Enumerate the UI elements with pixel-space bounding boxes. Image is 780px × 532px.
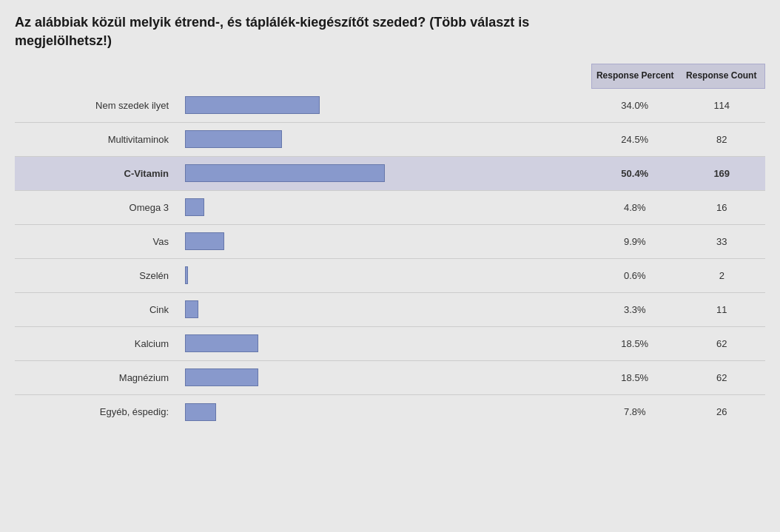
data-cells: 4.8% 16 — [591, 196, 765, 219]
header-response-percent: Response Percent — [592, 64, 679, 88]
row-label: Egyéb, éspedig: — [15, 406, 178, 417]
response-percent: 34.0% — [591, 94, 679, 117]
response-percent: 18.5% — [591, 366, 679, 389]
response-count: 11 — [679, 298, 766, 321]
bar — [185, 368, 258, 386]
response-percent: 18.5% — [591, 332, 679, 355]
response-percent: 4.8% — [591, 196, 679, 219]
data-cells: 34.0% 114 — [591, 94, 765, 117]
response-count: 33 — [679, 230, 766, 253]
bar-area — [178, 260, 591, 290]
header-spacer — [15, 64, 591, 89]
response-percent: 9.9% — [591, 230, 679, 253]
data-cells: 7.8% 26 — [591, 400, 765, 423]
bar-area — [178, 397, 591, 427]
bar — [185, 403, 216, 421]
row-label: Cink — [15, 304, 178, 315]
table-row: Magnézium 18.5% 62 — [15, 361, 765, 395]
data-cells: 18.5% 62 — [591, 366, 765, 389]
table-row: Omega 3 4.8% 16 — [15, 191, 765, 225]
response-count: 82 — [679, 128, 766, 151]
row-label: C-Vitamin — [15, 168, 178, 179]
bar — [185, 96, 320, 114]
data-cells: 0.6% 2 — [591, 264, 765, 287]
header-row: Response Percent Response Count — [15, 64, 765, 89]
response-percent: 3.3% — [591, 298, 679, 321]
data-cells: 3.3% 11 — [591, 298, 765, 321]
bar — [185, 300, 198, 318]
question-title: Az alábbiak közül melyik étrend-, és táp… — [15, 13, 592, 50]
bar-area — [178, 90, 591, 120]
bar — [185, 130, 282, 148]
row-label: Szelén — [15, 270, 178, 281]
row-label: Multivitaminok — [15, 134, 178, 145]
bar — [185, 164, 385, 182]
bar-area — [178, 363, 591, 392]
response-percent: 50.4% — [591, 162, 679, 185]
bar — [185, 198, 204, 216]
response-count: 62 — [679, 366, 766, 389]
bar — [185, 266, 188, 284]
header-cells: Response Percent Response Count — [591, 64, 765, 89]
response-count: 62 — [679, 332, 766, 355]
bar — [185, 334, 258, 352]
bar-area — [178, 192, 591, 222]
table-row: Egyéb, éspedig: 7.8% 26 — [15, 395, 765, 429]
response-percent: 24.5% — [591, 128, 679, 151]
row-label: Kalcium — [15, 338, 178, 349]
table-row: Multivitaminok 24.5% 82 — [15, 123, 765, 157]
bar — [185, 232, 224, 250]
table-row: Szelén 0.6% 2 — [15, 259, 765, 293]
page-container: Az alábbiak közül melyik étrend-, és táp… — [0, 0, 780, 532]
bar-area — [178, 124, 591, 154]
response-percent: 0.6% — [591, 264, 679, 287]
bar-area — [178, 158, 591, 188]
response-count: 169 — [679, 162, 766, 185]
bar-area — [178, 329, 591, 358]
table-row: Cink 3.3% 11 — [15, 293, 765, 327]
rows-container: Nem szedek ilyet 34.0% 114 Multivitamino… — [15, 89, 765, 429]
bar-area — [178, 294, 591, 324]
row-label: Magnézium — [15, 372, 178, 383]
response-percent: 7.8% — [591, 400, 679, 423]
row-label: Vas — [15, 236, 178, 247]
response-count: 26 — [679, 400, 766, 423]
row-label: Nem szedek ilyet — [15, 100, 178, 111]
row-label: Omega 3 — [15, 202, 178, 213]
bar-area — [178, 226, 591, 256]
response-count: 2 — [679, 264, 766, 287]
response-count: 114 — [679, 94, 766, 117]
table-row: C-Vitamin 50.4% 169 — [15, 157, 765, 191]
response-count: 16 — [679, 196, 766, 219]
data-cells: 18.5% 62 — [591, 332, 765, 355]
data-cells: 24.5% 82 — [591, 128, 765, 151]
header-response-count: Response Count — [679, 64, 765, 88]
data-cells: 9.9% 33 — [591, 230, 765, 253]
table-row: Nem szedek ilyet 34.0% 114 — [15, 89, 765, 123]
table-row: Kalcium 18.5% 62 — [15, 327, 765, 361]
table-row: Vas 9.9% 33 — [15, 225, 765, 259]
data-cells: 50.4% 169 — [591, 162, 765, 185]
